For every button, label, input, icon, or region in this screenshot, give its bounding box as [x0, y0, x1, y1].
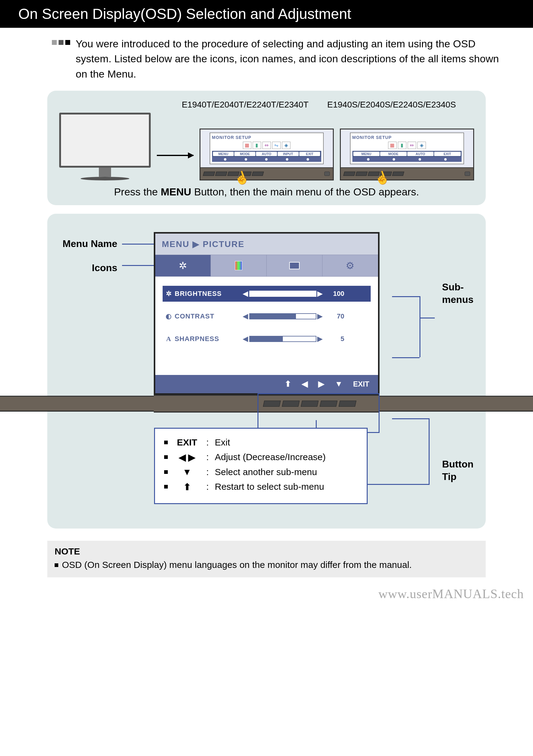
highlight-frame-buttons [258, 393, 380, 433]
tab-display[interactable] [266, 255, 322, 276]
intro-row: You were introduced to the procedure of … [0, 28, 533, 88]
mini-osd-title: MONITOR SETUP [212, 135, 321, 140]
decrease-icon[interactable]: ◀ [242, 290, 249, 298]
button-tip-box: EXIT : Exit ◀ ▶ : Adjust (Decrease/Incre… [154, 428, 368, 504]
monitor-s-zoom: MONITOR SETUP ▦▮⇔◈ MENU MODE AUTO EXIT [340, 128, 474, 180]
brightness-icon: ✲ [163, 290, 175, 298]
watermark: www.userMANUALS.tech [0, 583, 533, 601]
tab-settings[interactable]: ⚙ [322, 255, 378, 276]
submenu-brightness[interactable]: ✲ BRIGHTNESS ◀ ▶ 100 [163, 286, 371, 302]
increase-icon[interactable]: ▶ [317, 335, 324, 343]
label-submenus-1: Sub- [442, 281, 473, 294]
monitor-small-illustration [59, 113, 151, 180]
submenu-sharpness[interactable]: A SHARPNESS ◀ ▶ 5 [163, 331, 371, 347]
tip-row: ▼ : Select another sub-menu [164, 467, 358, 477]
label-menu-name: Menu Name [63, 238, 117, 250]
page-title: On Screen Display(OSD) Selection and Adj… [0, 0, 533, 28]
nav-down-icon[interactable]: ▼ [335, 379, 343, 389]
nav-left-icon[interactable]: ◀ [302, 379, 308, 389]
increase-icon[interactable]: ▶ [317, 312, 324, 320]
tip-row: ◀ ▶ : Adjust (Decrease/Increase) [164, 452, 358, 463]
nav-exit-label[interactable]: EXIT [353, 380, 369, 389]
intro-text: You were introduced to the procedure of … [76, 36, 509, 82]
increase-icon[interactable]: ▶ [317, 290, 324, 298]
monitor-t-zoom: MONITOR SETUP ▦▮⇔⇋◈ MENU MODE AUTO INPUT… [199, 128, 334, 180]
label-submenus-2: menus [442, 293, 473, 306]
tip-row: ⬆ : Restart to select sub-menu [164, 481, 358, 492]
sharpness-icon: A [163, 335, 175, 343]
power-button-icon [465, 172, 470, 176]
panel-step1: E1940T/E2040T/E2240T/E2340T E1940S/E2040… [47, 91, 486, 205]
press-instruction: Press the MENU Button, then the main men… [57, 186, 476, 198]
bullet-icons [52, 40, 70, 45]
note-box: NOTE OSD (On Screen Display) menu langua… [47, 541, 486, 578]
submenu-contrast[interactable]: ◐ CONTRAST ◀ ▶ 70 [163, 309, 371, 324]
panel-osd-detail: Menu Name Icons Sub- menus Button Tip ME… [47, 214, 486, 528]
nav-right-icon[interactable]: ▶ [318, 379, 324, 389]
model-s-label: E1940S/E2040S/E2240S/E2340S [325, 100, 459, 110]
power-button-icon [324, 172, 330, 176]
tip-row: EXIT : Exit [164, 437, 358, 447]
osd-submenu-area: ✲ BRIGHTNESS ◀ ▶ 100 ◐ CONTRAST ◀ ▶ 70 [155, 277, 378, 375]
decrease-icon[interactable]: ◀ [242, 312, 249, 320]
contrast-icon: ◐ [163, 312, 175, 320]
note-title: NOTE [55, 546, 478, 556]
label-button-tip-2: Tip [442, 471, 473, 483]
model-t-label: E1940T/E2040T/E2240T/E2340T [178, 100, 313, 110]
tab-color[interactable] [211, 255, 266, 276]
nav-up-icon[interactable]: ⬆ [285, 379, 292, 389]
tab-picture[interactable]: ✲ [155, 255, 211, 276]
note-text: OSD (On Screen Display) menu languages o… [62, 560, 412, 570]
power-icon[interactable] [448, 401, 456, 408]
osd-window: MENU ▶ PICTURE ✲ ⚙ ✲ BRIGHTNESS ◀ ▶ 100 [154, 232, 380, 395]
osd-footer: ⬆ ◀ ▶ ▼ EXIT [155, 375, 378, 393]
label-icons: Icons [63, 262, 117, 274]
label-button-tip-1: Button [442, 458, 473, 471]
osd-header: MENU ▶ PICTURE [155, 233, 378, 255]
osd-tabs: ✲ ⚙ [155, 255, 378, 277]
decrease-icon[interactable]: ◀ [242, 335, 249, 343]
arrow-right-icon [157, 155, 193, 156]
